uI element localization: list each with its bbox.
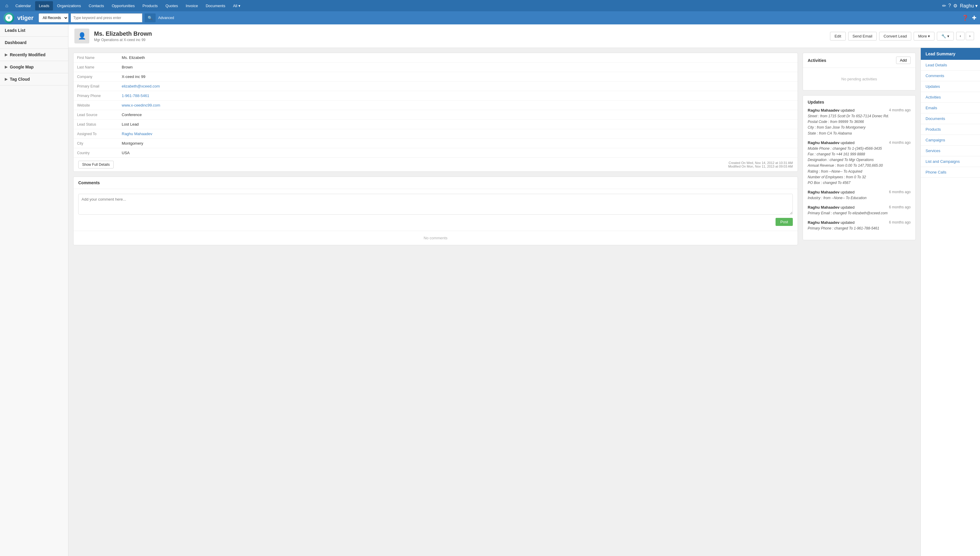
arrow-icon: ▶: [5, 53, 7, 57]
next-record-button[interactable]: ›: [966, 32, 974, 40]
field-label: Assigned To: [74, 129, 118, 139]
add-icon[interactable]: ✚: [972, 15, 977, 21]
details-table: First NameMs. ElizabethLast NameBrownCom…: [74, 53, 798, 157]
update-details: Primary Email : changed To elizabeth@xce…: [808, 210, 911, 216]
right-panel-link[interactable]: Services: [921, 145, 980, 156]
sidebar: Leads List Dashboard ▶ Recently Modified…: [0, 24, 68, 556]
update-header: Raghu Mahaadev updated 6 months ago: [808, 190, 911, 194]
nav-quotes[interactable]: Quotes: [162, 1, 182, 10]
nav-opportunities[interactable]: Opportunities: [108, 1, 138, 10]
sidebar-tag-cloud-label: Tag Cloud: [10, 77, 30, 82]
nav-all[interactable]: All ▾: [229, 1, 244, 10]
field-label: Last Name: [74, 63, 118, 72]
tools-button[interactable]: 🔧 ▾: [937, 32, 954, 40]
sidebar-item-leads-list[interactable]: Leads List: [0, 24, 68, 37]
update-header: Raghu Mahaadev updated 6 months ago: [808, 220, 911, 225]
right-panel-link[interactable]: Documents: [921, 113, 980, 124]
home-icon[interactable]: ⌂: [2, 1, 11, 10]
field-value: X-ceed inc 99: [118, 72, 798, 82]
convert-lead-button[interactable]: Convert Lead: [879, 32, 911, 40]
table-row: CountryUSA: [74, 148, 798, 158]
field-label: Country: [74, 148, 118, 158]
nav-documents[interactable]: Documents: [202, 1, 229, 10]
field-label: Primary Phone: [74, 91, 118, 100]
table-row: Lead SourceConference: [74, 110, 798, 120]
details-card: First NameMs. ElizabethLast NameBrownCom…: [73, 53, 798, 172]
update-time: 6 months ago: [889, 220, 911, 225]
nav-invoice[interactable]: Invoice: [182, 1, 202, 10]
table-row: CityMontgomery: [74, 139, 798, 148]
right-panel-link[interactable]: List and Campaigns: [921, 156, 980, 167]
field-label: Company: [74, 72, 118, 82]
record-name: Ms. Elizabeth Brown: [94, 31, 825, 37]
nav-leads[interactable]: Leads: [35, 1, 53, 10]
nav-organizations[interactable]: Organizations: [53, 1, 84, 10]
table-row: Websitewww.x-ceedinc99.com: [74, 100, 798, 110]
field-value[interactable]: 1-961-788-5461: [118, 91, 798, 100]
field-label: Lead Status: [74, 120, 118, 129]
right-panel-link[interactable]: Activities: [921, 92, 980, 103]
user-menu[interactable]: Raghu ▾: [960, 3, 978, 9]
update-action: updated: [841, 205, 855, 210]
right-panel-link[interactable]: Updates: [921, 81, 980, 92]
table-row: Primary Phone1-961-788-5461: [74, 91, 798, 100]
update-details: Mobile Phone : changed To 1-(345)-4566-3…: [808, 146, 911, 186]
sidebar-item-recently-modified[interactable]: ▶ Recently Modified: [0, 49, 68, 61]
prev-record-button[interactable]: ‹: [956, 32, 964, 40]
top-nav-icons: ✏ ? ⚙ Raghu ▾: [942, 3, 978, 9]
right-panel-link[interactable]: Campaigns: [921, 135, 980, 145]
nav-products[interactable]: Products: [139, 1, 161, 10]
update-time: 6 months ago: [889, 190, 911, 194]
right-panel-link[interactable]: Products: [921, 124, 980, 135]
field-label: Primary Email: [74, 82, 118, 91]
main-layout: Leads List Dashboard ▶ Recently Modified…: [0, 24, 980, 556]
right-panel: Lead Summary Lead DetailsCommentsUpdates…: [920, 48, 980, 556]
search-button[interactable]: 🔍: [145, 13, 156, 22]
add-activity-button[interactable]: Add: [896, 57, 911, 64]
edit-icon[interactable]: ✏: [942, 3, 946, 9]
field-value: Lost Lead: [118, 120, 798, 129]
search-input[interactable]: [71, 13, 142, 22]
show-full-details-button[interactable]: Show Full Details: [78, 161, 114, 168]
update-time: 6 months ago: [889, 205, 911, 209]
right-panel-link[interactable]: Lead Details: [921, 60, 980, 71]
edit-button[interactable]: Edit: [830, 32, 846, 40]
search-bar: V vtiger All Records 🔍 Advanced ❓ ✚: [0, 11, 980, 24]
advanced-search-link[interactable]: Advanced: [158, 16, 174, 20]
right-panel-link[interactable]: Comments: [921, 71, 980, 81]
table-row: Assigned ToRaghu Mahaadev: [74, 129, 798, 139]
table-row: CompanyX-ceed inc 99: [74, 72, 798, 82]
no-activities-label: No pending activities: [803, 68, 915, 90]
updates-title: Updates: [808, 100, 911, 105]
update-action: updated: [841, 108, 855, 113]
question-icon[interactable]: ❓: [962, 15, 969, 21]
sidebar-leads-list-label: Leads List: [5, 28, 25, 33]
send-email-button[interactable]: Send Email: [848, 32, 877, 40]
more-button[interactable]: More ▾: [914, 32, 935, 40]
right-panel-link[interactable]: Phone Calls: [921, 167, 980, 178]
comment-textarea[interactable]: [78, 194, 793, 215]
post-comment-button[interactable]: Post: [775, 218, 793, 226]
field-value[interactable]: Raghu Mahaadev: [118, 129, 798, 139]
field-value[interactable]: www.x-ceedinc99.com: [118, 100, 798, 110]
update-entry: Raghu Mahaadev updated 4 months agoMobil…: [808, 141, 911, 186]
settings-icon[interactable]: ⚙: [953, 3, 957, 9]
field-value[interactable]: elizabeth@xceed.com: [118, 82, 798, 91]
modified-on: Modified On Mon, Nov 11, 2013 at 09:03 A…: [728, 165, 793, 168]
update-header: Raghu Mahaadev updated 4 months ago: [808, 141, 911, 145]
help-icon[interactable]: ?: [948, 3, 951, 8]
comments-title: Comments: [74, 177, 798, 189]
sidebar-item-dashboard[interactable]: Dashboard: [0, 37, 68, 49]
updates-card: Updates Raghu Mahaadev updated 4 months …: [802, 95, 916, 240]
left-column: First NameMs. ElizabethLast NameBrownCom…: [73, 53, 798, 245]
update-entry: Raghu Mahaadev updated 4 months agoStree…: [808, 108, 911, 136]
field-label: First Name: [74, 53, 118, 63]
update-action: updated: [841, 190, 855, 194]
right-panel-link[interactable]: Emails: [921, 103, 980, 113]
search-bar-right-icons: ❓ ✚: [962, 15, 977, 21]
sidebar-item-google-map[interactable]: ▶ Google Map: [0, 61, 68, 73]
nav-contacts[interactable]: Contacts: [85, 1, 107, 10]
sidebar-item-tag-cloud[interactable]: ▶ Tag Cloud: [0, 73, 68, 86]
nav-calendar[interactable]: Calendar: [12, 1, 35, 10]
search-scope-select[interactable]: All Records: [39, 13, 68, 22]
